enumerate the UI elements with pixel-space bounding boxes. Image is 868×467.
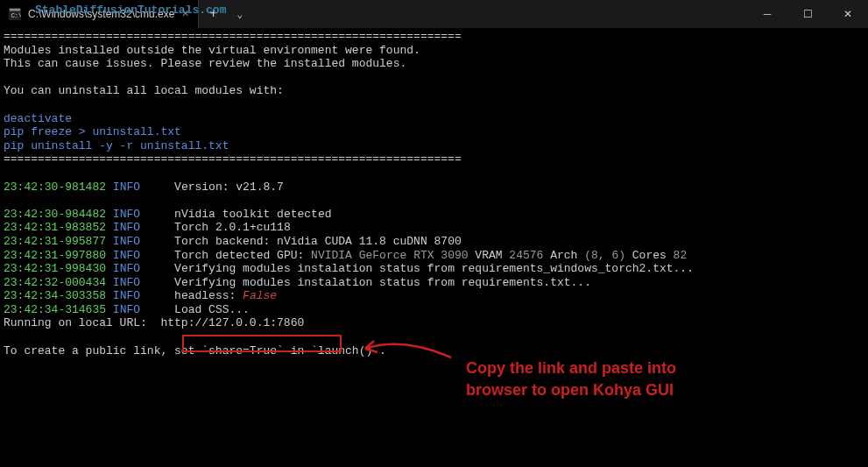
cmd-pip-uninstall: pip uninstall -y -r uninstall.txt [4, 139, 229, 152]
minimize-button[interactable]: ─ [747, 0, 787, 28]
tab-dropdown-icon[interactable]: ⌄ [228, 9, 251, 20]
watermark: StableDiffusionTutorials.com [35, 4, 226, 17]
svg-rect-1 [10, 9, 20, 11]
divider-bottom: ========================================… [4, 152, 462, 166]
divider-top: ========================================… [4, 30, 462, 43]
annotation-text: Copy the link and paste into browser to … [466, 357, 676, 401]
log-lines: 23:42:30-981482 INFO Version: v21.8.7 23… [4, 180, 864, 317]
running-url-line: Running on local URL: http://127.0.0.1:7… [4, 316, 304, 329]
close-button[interactable]: ✕ [828, 0, 868, 28]
cmd-pip-freeze: pip freeze > uninstall.txt [4, 125, 181, 138]
cmd-deactivate: deactivate [4, 112, 72, 125]
maximize-button[interactable]: ☐ [787, 0, 828, 28]
svg-text:C:\: C:\ [11, 12, 21, 19]
public-link-hint: To create a public link, set `share=True… [4, 344, 386, 357]
terminal-output[interactable]: ========================================… [0, 28, 868, 359]
module-warning2: This can cause issues. Please review the… [4, 57, 406, 70]
cmd-icon: C:\ [9, 8, 21, 20]
module-warning1: Modules installed outside the virtual en… [4, 44, 420, 57]
uninstall-hint: You can uninstall all local modules with… [4, 84, 284, 97]
window-controls: ─ ☐ ✕ [747, 0, 868, 28]
